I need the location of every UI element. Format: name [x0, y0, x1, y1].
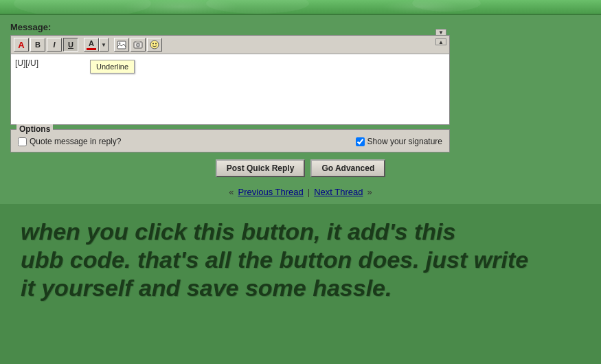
insert-image-button[interactable]	[114, 38, 129, 52]
options-box: Options Quote message in reply? Show you…	[10, 129, 450, 152]
svg-point-1	[119, 42, 121, 44]
font-size-button[interactable]: A	[14, 38, 29, 52]
prev-arrow: «	[229, 187, 234, 197]
message-label: Message:	[10, 22, 591, 32]
nav-separator: |	[308, 187, 310, 197]
options-inner: Quote message in reply? Show your signat…	[18, 134, 442, 146]
font-color-dropdown-button[interactable]: ▼	[99, 38, 109, 52]
big-text-area: when you click this button, it add's thi…	[0, 204, 601, 308]
quote-checkbox[interactable]	[18, 137, 27, 146]
quote-label: Quote message in reply?	[30, 137, 121, 146]
action-row: Post Quick Reply Go Advanced	[10, 159, 591, 177]
italic-button[interactable]: I	[47, 38, 62, 52]
editor-toolbar: A B I U A ▼	[11, 36, 449, 54]
big-text-line3: it yourself and save some hassle.	[21, 275, 392, 301]
underline-button[interactable]: U	[63, 38, 78, 52]
signature-checkbox[interactable]	[356, 137, 365, 146]
next-arrow: »	[367, 187, 372, 197]
underline-tooltip: Underline	[90, 60, 135, 73]
quote-option: Quote message in reply?	[18, 137, 121, 146]
insert-photo-button[interactable]	[131, 38, 146, 52]
toolbar-scroll-up-button[interactable]: ▲	[435, 38, 446, 45]
next-thread-link[interactable]: Next Thread	[314, 187, 363, 197]
top-bar	[0, 0, 601, 15]
bold-button[interactable]: B	[30, 38, 45, 52]
editor-body: [U][/U] Underline	[11, 54, 449, 124]
signature-option: Show your signature	[356, 137, 442, 146]
editor-container: A B I U A ▼	[10, 35, 450, 125]
message-textarea[interactable]: [U][/U]	[14, 57, 446, 119]
thread-nav: « Previous Thread | Next Thread »	[10, 187, 591, 197]
options-legend: Options	[16, 124, 53, 134]
previous-thread-link[interactable]: Previous Thread	[238, 187, 304, 197]
smilies-button[interactable]	[147, 38, 162, 52]
svg-point-4	[137, 44, 139, 46]
svg-point-8	[155, 43, 157, 45]
big-italic-text: when you click this button, it add's thi…	[21, 218, 580, 302]
big-text-line1: when you click this button, it add's thi…	[21, 218, 455, 244]
font-color-button[interactable]: A	[84, 38, 99, 52]
svg-point-6	[150, 41, 159, 49]
svg-rect-5	[136, 41, 140, 43]
toolbar-scroll-down-button[interactable]: ▼	[435, 29, 446, 36]
svg-point-7	[152, 43, 154, 45]
big-text-line2: ubb code. that's all the button does. ju…	[21, 247, 528, 273]
post-quick-reply-button[interactable]: Post Quick Reply	[216, 159, 306, 177]
font-color-wrapper: A ▼	[84, 38, 109, 52]
go-advanced-button[interactable]: Go Advanced	[310, 159, 385, 177]
signature-label: Show your signature	[367, 137, 442, 146]
main-content: Message: A B I U A ▼	[0, 15, 601, 204]
